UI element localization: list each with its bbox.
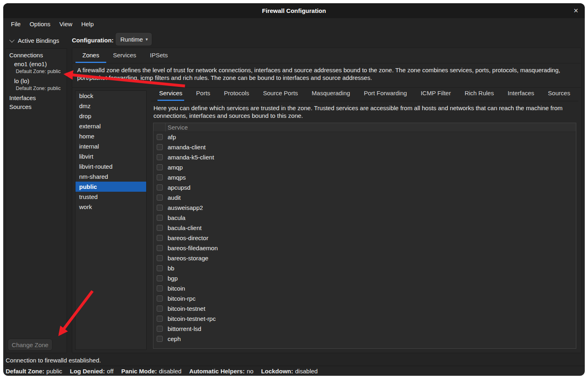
zone-list-item[interactable]: home bbox=[76, 131, 146, 141]
zone-list-item[interactable]: nm-shared bbox=[76, 172, 146, 182]
service-name: bitcoin-testnet-rpc bbox=[168, 315, 216, 322]
service-column-header: Service bbox=[166, 123, 188, 132]
zone-settings-tab[interactable]: Rich Rules bbox=[463, 86, 496, 101]
menu-item[interactable]: Options bbox=[25, 21, 55, 27]
service-checkbox[interactable] bbox=[157, 326, 163, 332]
configuration-dropdown[interactable]: Runtime ▾ bbox=[115, 32, 152, 46]
service-name: ceph bbox=[168, 335, 181, 342]
service-row[interactable]: bitcoin-testnet bbox=[153, 304, 576, 314]
zone-settings-tab[interactable]: Port Forwarding bbox=[362, 86, 409, 101]
service-row[interactable]: afp bbox=[153, 132, 576, 142]
service-row[interactable]: bitcoin-testnet-rpc bbox=[153, 314, 576, 324]
service-checkbox[interactable] bbox=[157, 285, 163, 291]
zone-list-item[interactable]: dmz bbox=[76, 101, 146, 111]
active-bindings-label: Active Bindings bbox=[18, 37, 59, 44]
service-row[interactable]: bittorrent-lsd bbox=[153, 324, 576, 334]
service-checkbox[interactable] bbox=[157, 184, 163, 191]
interfaces-header[interactable]: Interfaces bbox=[6, 94, 67, 103]
service-checkbox[interactable] bbox=[157, 235, 163, 241]
service-checkbox[interactable] bbox=[157, 215, 163, 221]
statusbar-field: Panic Mode:disabled bbox=[121, 368, 181, 375]
service-name: amanda-client bbox=[168, 144, 206, 151]
connections-header[interactable]: Connections bbox=[6, 51, 67, 60]
service-name: amqps bbox=[168, 174, 186, 181]
service-checkbox[interactable] bbox=[157, 245, 163, 251]
service-checkbox[interactable] bbox=[157, 205, 163, 211]
zone-list-item[interactable]: trusted bbox=[76, 192, 146, 202]
service-name: bitcoin bbox=[168, 285, 185, 292]
statusbar-field-label: Default Zone: bbox=[6, 368, 44, 375]
service-checkbox[interactable] bbox=[157, 265, 163, 271]
service-row[interactable]: bacula-client bbox=[153, 223, 576, 233]
statusbar-field-value: no bbox=[247, 368, 254, 375]
service-row[interactable]: ceph bbox=[153, 334, 576, 344]
statusbar-field-label: Log Denied: bbox=[70, 368, 105, 375]
zone-settings-tab[interactable]: Sources bbox=[546, 86, 572, 101]
main-tab[interactable]: Zones bbox=[76, 48, 106, 63]
menu-item[interactable]: File bbox=[6, 21, 25, 27]
chevron-down-icon bbox=[9, 37, 15, 42]
service-row[interactable]: amanda-k5-client bbox=[153, 152, 576, 162]
zone-list-item[interactable]: external bbox=[76, 121, 146, 131]
zone-list-item[interactable]: drop bbox=[76, 111, 146, 121]
connection-item[interactable]: lo (lo) Default Zone: public bbox=[6, 77, 67, 94]
service-row[interactable]: amqps bbox=[153, 172, 576, 182]
statusbar-field-label: Lockdown: bbox=[261, 368, 293, 375]
service-checkbox[interactable] bbox=[157, 336, 163, 342]
service-row[interactable]: amqp bbox=[153, 162, 576, 172]
service-checkbox[interactable] bbox=[157, 295, 163, 302]
service-checkbox[interactable] bbox=[157, 154, 163, 160]
service-row[interactable]: ausweisapp2 bbox=[153, 203, 576, 213]
service-checkbox[interactable] bbox=[157, 255, 163, 261]
zone-list-item[interactable]: work bbox=[76, 202, 146, 212]
zone-settings-tab[interactable]: Masquerading bbox=[310, 86, 352, 101]
zone-settings-tab[interactable]: Protocols bbox=[223, 86, 251, 101]
service-row[interactable]: bacula bbox=[153, 213, 576, 223]
service-checkbox[interactable] bbox=[157, 195, 163, 201]
service-name: bacula-client bbox=[168, 224, 202, 231]
zone-settings-tab[interactable]: Interfaces bbox=[506, 86, 536, 101]
close-icon[interactable]: × bbox=[573, 3, 578, 18]
service-checkbox[interactable] bbox=[157, 306, 163, 312]
connection-item[interactable]: eno1 (eno1) Default Zone: public bbox=[6, 60, 67, 77]
service-checkbox[interactable] bbox=[157, 134, 163, 140]
active-bindings-header[interactable]: Active Bindings bbox=[10, 33, 59, 48]
services-table: Service afp amanda-client bbox=[153, 123, 576, 349]
zone-list-item[interactable]: internal bbox=[76, 141, 146, 151]
service-row[interactable]: bitcoin bbox=[153, 283, 576, 293]
zone-settings-tab[interactable]: Services bbox=[158, 86, 184, 101]
zone-settings-tab[interactable]: Ports bbox=[195, 86, 212, 101]
titlebar[interactable]: Firewall Configuration × bbox=[3, 3, 585, 18]
service-name: bareos-director bbox=[168, 235, 208, 241]
menu-item[interactable]: View bbox=[55, 21, 77, 27]
connection-default-zone: Default Zone: public bbox=[14, 68, 65, 75]
service-checkbox[interactable] bbox=[157, 174, 163, 180]
sources-header[interactable]: Sources bbox=[6, 103, 67, 111]
connection-default-zone: Default Zone: public bbox=[14, 85, 65, 92]
service-row[interactable]: bitcoin-rpc bbox=[153, 293, 576, 304]
main-tab[interactable]: IPSets bbox=[143, 48, 174, 63]
zone-settings-tab[interactable]: Source Ports bbox=[261, 86, 300, 101]
zone-list-item[interactable]: block bbox=[76, 91, 146, 101]
service-row[interactable]: bareos-director bbox=[153, 233, 576, 243]
zone-list-item[interactable]: libvirt bbox=[76, 151, 146, 161]
zone-settings-tab[interactable]: ICMP Filter bbox=[419, 86, 453, 101]
service-checkbox[interactable] bbox=[157, 164, 163, 170]
service-row[interactable]: amanda-client bbox=[153, 142, 576, 152]
service-checkbox[interactable] bbox=[157, 225, 163, 231]
main-tab[interactable]: Services bbox=[106, 48, 143, 63]
service-row[interactable]: bareos-storage bbox=[153, 253, 576, 263]
service-checkbox[interactable] bbox=[157, 144, 163, 150]
service-row[interactable]: bareos-filedaemon bbox=[153, 243, 576, 253]
connections-list: eno1 (eno1) Default Zone: public lo (lo)… bbox=[6, 60, 67, 94]
service-checkbox[interactable] bbox=[157, 275, 163, 281]
service-checkbox[interactable] bbox=[157, 316, 163, 322]
zone-list-item[interactable]: libvirt-routed bbox=[76, 161, 146, 172]
service-row[interactable]: apcupsd bbox=[153, 182, 576, 193]
change-zone-button[interactable]: Change Zone bbox=[8, 339, 52, 351]
zone-list-item[interactable]: public bbox=[76, 182, 146, 192]
service-row[interactable]: bb bbox=[153, 263, 576, 273]
service-row[interactable]: bgp bbox=[153, 273, 576, 283]
service-row[interactable]: audit bbox=[153, 193, 576, 203]
menu-item[interactable]: Help bbox=[77, 21, 98, 27]
